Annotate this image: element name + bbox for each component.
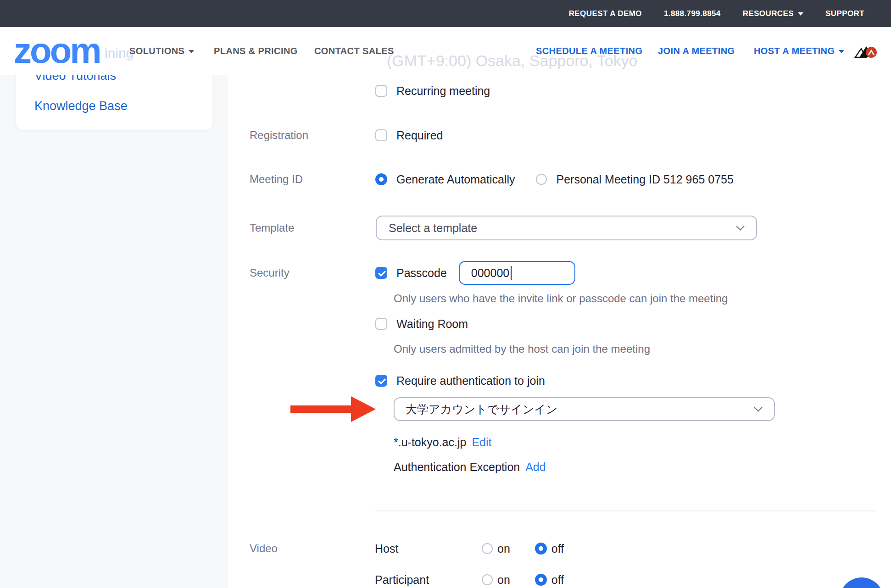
participant-video-on-radio[interactable]	[482, 574, 493, 585]
waiting-room-help-text: Only users admitted by the host can join…	[394, 342, 650, 356]
participant-label: Participant	[375, 573, 482, 587]
participant-video-off-radio[interactable]	[535, 574, 547, 586]
annotation-arrow	[290, 405, 351, 413]
section-divider	[375, 510, 876, 511]
auth-exception-label: Authentication Exception	[394, 460, 520, 474]
auth-method-select[interactable]: 大学アカウントでサインイン	[394, 397, 775, 421]
request-a-demo-link[interactable]: REQUEST A DEMO	[569, 9, 642, 18]
video-host-row: Host on off	[375, 539, 564, 558]
waiting-room-checkbox[interactable]	[375, 318, 387, 330]
registration-row: Required	[375, 126, 443, 144]
waiting-room-label: Waiting Room	[396, 317, 468, 331]
passcode-row: Passcode 000000	[375, 261, 575, 285]
nav-host-a-meeting[interactable]: HOST A MEETING	[754, 44, 844, 57]
support-link[interactable]: SUPPORT	[825, 9, 864, 18]
require-auth-checkbox[interactable]	[375, 375, 387, 387]
participant-video-on-label: on	[497, 573, 510, 587]
host-video-on-label: on	[497, 542, 510, 555]
auth-domain-value: *.u-tokyo.ac.jp	[394, 436, 466, 449]
personal-meeting-id-label: Personal Meeting ID 512 965 0755	[556, 173, 733, 186]
chevron-down-icon	[736, 222, 744, 230]
template-select-value: Select a template	[389, 222, 477, 235]
text-cursor	[511, 266, 512, 280]
phone-number[interactable]: 1.888.799.8854	[664, 9, 721, 18]
template-select[interactable]: Select a template	[376, 216, 757, 240]
video-participant-row: Participant on off	[375, 571, 564, 588]
annotation-arrow-head	[351, 396, 376, 422]
template-label: Template	[250, 221, 294, 235]
meeting-id-row: Generate Automatically Personal Meeting …	[375, 170, 734, 189]
registration-label: Registration	[250, 128, 308, 142]
auth-method-value: 大学アカウントでサインイン	[406, 402, 557, 417]
host-label: Host	[375, 542, 482, 555]
nav-contact-sales[interactable]: CONTACT SALES	[314, 44, 394, 57]
zoom-schedule-meeting-page: Video Tutorials Knowledge Base Recurring…	[0, 0, 891, 588]
require-auth-label: Require authentication to join	[396, 374, 545, 388]
sidebar-link-knowledge-base[interactable]: Knowledge Base	[34, 99, 128, 113]
passcode-value: 000000	[471, 266, 509, 280]
generate-automatically-radio[interactable]	[375, 173, 387, 185]
passcode-help-text: Only users who have the invite link or p…	[394, 292, 728, 305]
add-exception-link[interactable]: Add	[525, 460, 546, 474]
chevron-down-icon	[754, 403, 762, 411]
video-label: Video	[250, 542, 278, 555]
help-floating-button[interactable]	[840, 577, 884, 588]
main-navbar: zoom ining (GMT+9:00) Osaka, Sapporo, To…	[0, 27, 891, 75]
auth-domain-row: *.u-tokyo.ac.jp Edit	[394, 435, 492, 449]
meeting-id-label: Meeting ID	[250, 172, 303, 186]
caret-down-icon	[189, 50, 194, 53]
personal-meeting-id-radio[interactable]	[536, 174, 547, 185]
recurring-meeting-row: Recurring meeting	[375, 82, 490, 100]
nav-join-a-meeting[interactable]: JOIN A MEETING	[658, 44, 735, 57]
zoom-logo[interactable]: zoom	[14, 30, 100, 71]
passcode-label: Passcode	[396, 266, 447, 280]
auth-exception-row: Authentication Exception Add	[394, 460, 546, 474]
nav-solutions[interactable]: SOLUTIONS	[129, 44, 194, 57]
require-auth-row: Require authentication to join	[375, 372, 545, 390]
participant-video-off-label: off	[551, 573, 564, 587]
nav-schedule-a-meeting[interactable]: SCHEDULE A MEETING	[536, 44, 642, 57]
utility-topbar: REQUEST A DEMO 1.888.799.8854 RESOURCES …	[0, 0, 891, 27]
host-video-off-label: off	[551, 542, 564, 555]
nav-plans-pricing[interactable]: PLANS & PRICING	[214, 44, 298, 57]
passcode-input[interactable]: 000000	[459, 261, 575, 285]
host-video-on-radio[interactable]	[482, 543, 493, 554]
caret-down-icon	[839, 50, 844, 53]
edit-domain-link[interactable]: Edit	[472, 436, 491, 449]
security-label: Security	[250, 266, 290, 280]
generate-automatically-label: Generate Automatically	[396, 173, 515, 186]
host-video-off-radio[interactable]	[535, 543, 547, 555]
recurring-meeting-label: Recurring meeting	[396, 84, 490, 98]
passcode-checkbox[interactable]	[375, 267, 387, 279]
resources-menu[interactable]: RESOURCES	[743, 9, 803, 18]
recurring-meeting-checkbox[interactable]	[375, 85, 387, 97]
user-avatar[interactable]	[854, 44, 877, 59]
waiting-room-row: Waiting Room	[375, 315, 468, 333]
caret-down-icon	[798, 12, 803, 16]
registration-required-label: Required	[396, 129, 443, 142]
registration-required-checkbox[interactable]	[375, 129, 387, 141]
